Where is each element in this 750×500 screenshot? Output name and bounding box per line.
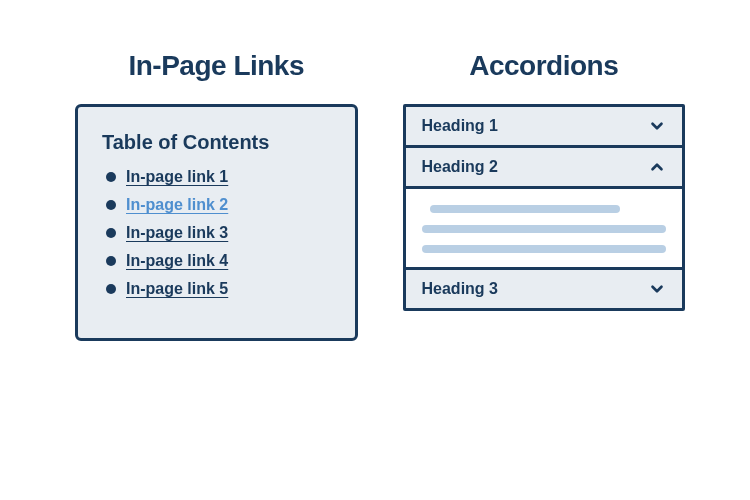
accordion-header-2[interactable]: Heading 2 [406, 148, 683, 186]
in-page-link-5[interactable]: In-page link 5 [126, 280, 228, 298]
in-page-link-3[interactable]: In-page link 3 [126, 224, 228, 242]
placeholder-line [422, 225, 667, 233]
toc-list: In-page link 1 In-page link 2 In-page li… [102, 168, 331, 298]
accordions-title: Accordions [469, 50, 618, 82]
bullet-icon [106, 228, 116, 238]
bullet-icon [106, 256, 116, 266]
list-item: In-page link 3 [106, 224, 331, 242]
in-page-link-4[interactable]: In-page link 4 [126, 252, 228, 270]
bullet-icon [106, 284, 116, 294]
toc-box: Table of Contents In-page link 1 In-page… [75, 104, 358, 341]
chevron-down-icon [648, 280, 666, 298]
accordion-content-2 [406, 186, 683, 267]
in-page-link-1[interactable]: In-page link 1 [126, 168, 228, 186]
in-page-links-title: In-Page Links [128, 50, 304, 82]
list-item: In-page link 5 [106, 280, 331, 298]
accordion-item-3: Heading 3 [406, 270, 683, 308]
bullet-icon [106, 172, 116, 182]
accordion-item-2: Heading 2 [406, 148, 683, 270]
placeholder-line [430, 205, 621, 213]
list-item: In-page link 4 [106, 252, 331, 270]
chevron-down-icon [648, 117, 666, 135]
accordion-label: Heading 1 [422, 117, 498, 135]
list-item: In-page link 1 [106, 168, 331, 186]
bullet-icon [106, 200, 116, 210]
list-item: In-page link 2 [106, 196, 331, 214]
in-page-links-panel: In-Page Links Table of Contents In-page … [75, 50, 358, 341]
accordion-header-1[interactable]: Heading 1 [406, 107, 683, 145]
chevron-up-icon [648, 158, 666, 176]
accordion-item-1: Heading 1 [406, 107, 683, 148]
accordion-box: Heading 1 Heading 2 Heading 3 [403, 104, 686, 311]
accordion-label: Heading 2 [422, 158, 498, 176]
placeholder-line [422, 245, 667, 253]
accordion-label: Heading 3 [422, 280, 498, 298]
in-page-link-2[interactable]: In-page link 2 [126, 196, 228, 214]
accordion-header-3[interactable]: Heading 3 [406, 270, 683, 308]
accordions-panel: Accordions Heading 1 Heading 2 [403, 50, 686, 311]
toc-title: Table of Contents [102, 131, 331, 154]
